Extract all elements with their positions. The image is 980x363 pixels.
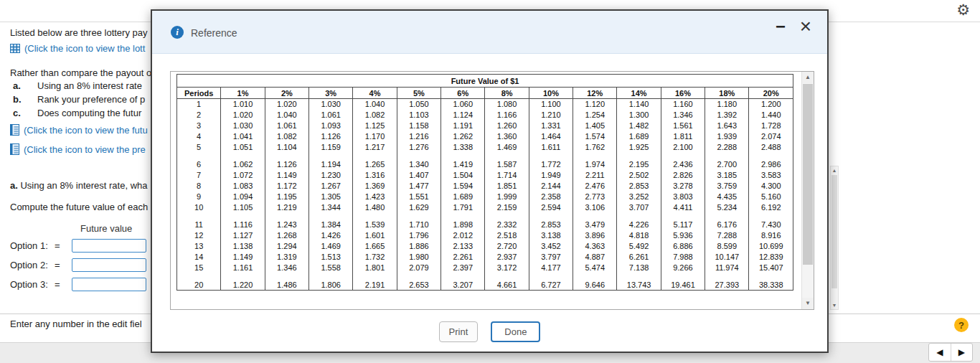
scroll-down-icon[interactable]: ▼	[802, 298, 814, 309]
table-cell: 2.079	[397, 263, 440, 273]
question-intro: Listed below are three lottery pay	[10, 27, 148, 38]
table-cell: 1.939	[705, 131, 749, 142]
table-cell: 1.587	[485, 159, 529, 170]
table-cell: 1	[177, 99, 221, 110]
done-button[interactable]: Done	[491, 321, 540, 342]
table-cell: 1.806	[309, 280, 353, 291]
table-cell: 1.561	[661, 121, 705, 131]
fv-column-header: 18%	[705, 88, 749, 99]
part-c-text: Does computing the futur	[37, 108, 141, 118]
minimize-icon[interactable]: −	[776, 18, 786, 35]
table-scrollbar[interactable]: ▲ ▼	[801, 72, 814, 309]
future-table-link-text[interactable]: (Click the icon to view the futu	[24, 125, 148, 136]
scroll-up-icon[interactable]: ▲	[831, 166, 838, 174]
table-cell: 1.161	[221, 263, 265, 273]
document-icon[interactable]	[10, 143, 19, 155]
table-cell: 5.492	[617, 241, 661, 252]
table-cell: 1.094	[221, 192, 265, 202]
table-cell: 2.518	[485, 230, 529, 241]
table-cell: 1.728	[749, 121, 793, 131]
table-cell: 1.601	[353, 230, 397, 241]
table-cell: 1.080	[485, 99, 529, 110]
fv-column-header: 6%	[441, 88, 485, 99]
scroll-up-icon[interactable]: ▲	[802, 72, 814, 83]
table-cell: 1.331	[529, 121, 573, 131]
table-cell: 6.176	[705, 220, 749, 230]
close-icon[interactable]: ×	[800, 16, 811, 37]
table-row: 41.0411.0821.1261.1701.2161.2621.3601.46…	[177, 131, 793, 142]
option-1-input[interactable]	[72, 239, 146, 253]
table-cell: 1.974	[573, 159, 617, 170]
table-grid-icon[interactable]	[10, 44, 20, 53]
scroll-down-icon[interactable]: ▼	[831, 301, 838, 309]
table-cell: 2.937	[485, 252, 529, 263]
table-cell: 1.732	[353, 252, 397, 263]
table-cell: 1.262	[441, 131, 485, 142]
table-cell: 2.720	[485, 241, 529, 252]
prev-question-button[interactable]: ◀	[929, 344, 951, 361]
table-cell: 2.436	[661, 159, 705, 170]
present-table-link-text[interactable]: (Click the icon to view the pre	[24, 144, 146, 155]
table-cell: 1.126	[265, 159, 308, 170]
table-cell: 1.440	[749, 110, 793, 121]
question-part-b: b.Rank your preference of p	[13, 94, 145, 105]
part-a-text: Using an 8% interest rate	[37, 80, 142, 91]
table-cell: 1.464	[529, 131, 573, 142]
table-cell: 1.480	[353, 202, 397, 213]
option-3-label: Option 3:	[10, 279, 55, 290]
option-2-input[interactable]	[72, 258, 146, 272]
table-cell: 2.012	[441, 230, 485, 241]
table-cell: 1.030	[221, 121, 265, 131]
fv-column-header: 12%	[573, 88, 617, 99]
fv-table: Future Value of $1Periods1%2%3%4%5%6%8%1…	[176, 74, 793, 291]
table-cell: 38.338	[749, 280, 793, 291]
option-3-input[interactable]	[72, 278, 146, 291]
table-cell: 15	[177, 263, 221, 273]
section-a-text: Using an 8% interest rate, wha	[20, 180, 147, 191]
table-cell: 3.759	[705, 181, 749, 192]
help-icon[interactable]: ?	[954, 318, 969, 332]
future-value-header: Future value	[80, 223, 132, 234]
print-button[interactable]: Print	[439, 321, 479, 342]
fv-table-header-row: Periods1%2%3%4%5%6%8%10%12%14%16%18%20%	[177, 88, 793, 99]
page-scrollbar-thumb[interactable]	[831, 175, 837, 288]
next-question-button[interactable]: ▶	[951, 344, 973, 361]
table-group-gap	[177, 153, 793, 159]
table-cell: 1.040	[353, 99, 397, 110]
table-cell: 3	[177, 121, 221, 131]
table-cell: 2.211	[573, 170, 617, 181]
table-cell: 1.629	[397, 202, 440, 213]
table-cell: 10.147	[705, 252, 749, 263]
table-cell: 4.177	[529, 263, 573, 273]
table-cell: 1.127	[221, 230, 265, 241]
table-cell: 1.082	[265, 131, 308, 142]
table-cell: 2.144	[529, 181, 573, 192]
lottery-link-text[interactable]: (Click the icon to view the lott	[24, 43, 145, 54]
table-cell: 1.558	[309, 263, 353, 273]
table-cell: 1.172	[265, 181, 308, 192]
table-cell: 3.707	[617, 202, 661, 213]
table-cell: 1.539	[353, 220, 397, 230]
table-cell: 1.030	[309, 99, 353, 110]
table-cell: 2.488	[749, 142, 793, 153]
fv-column-header: 2%	[265, 88, 308, 99]
document-icon[interactable]	[10, 124, 19, 136]
table-cell: 1.194	[309, 159, 353, 170]
table-cell: 1.340	[397, 159, 440, 170]
option-1-equals: =	[55, 240, 72, 251]
table-cell: 2.332	[485, 220, 529, 230]
table-cell: 1.419	[441, 159, 485, 170]
table-cell: 1.217	[353, 142, 397, 153]
table-cell: 7.988	[661, 252, 705, 263]
table-scrollbar-thumb[interactable]	[803, 84, 813, 265]
table-cell: 1.305	[309, 192, 353, 202]
fv-column-header: 1%	[221, 88, 265, 99]
table-cell: 2.853	[617, 181, 661, 192]
table-cell: 1.219	[265, 202, 308, 213]
reference-dialog-header[interactable]: i Reference − ×	[152, 11, 827, 54]
page-scrollbar[interactable]: ▲ ▼	[830, 166, 839, 310]
table-cell: 1.423	[353, 192, 397, 202]
table-cell: 3.278	[661, 181, 705, 192]
table-cell: 1.611	[529, 142, 573, 153]
gear-icon[interactable]: ⚙	[956, 1, 970, 19]
